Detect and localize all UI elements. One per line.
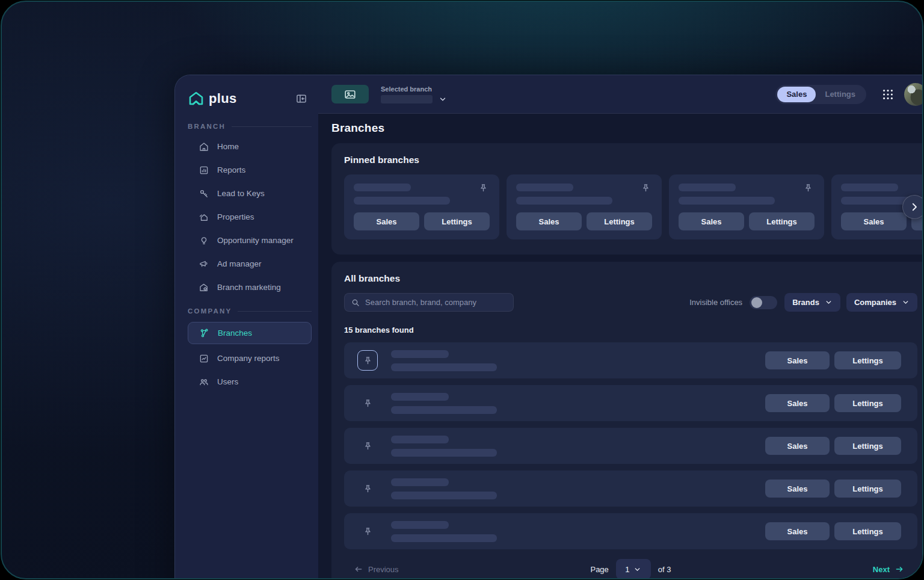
sidebar-item-home[interactable]: Home xyxy=(188,137,312,156)
lettings-button[interactable]: Lettings xyxy=(834,522,901,540)
page-title: Branches xyxy=(331,122,923,135)
sales-button[interactable]: Sales xyxy=(841,212,907,230)
sales-button[interactable]: Sales xyxy=(765,522,830,540)
lettings-button[interactable]: Lettings xyxy=(834,394,901,412)
sales-button[interactable]: Sales xyxy=(679,212,744,230)
pin-icon[interactable] xyxy=(478,183,488,193)
branch-address-redacted xyxy=(516,197,612,205)
logo: plus xyxy=(188,90,312,107)
section-company: COMPANY xyxy=(188,307,312,315)
sales-button[interactable]: Sales xyxy=(516,212,582,230)
pagination: Previous Page 1 of 3 Next xyxy=(344,559,917,579)
pin-button[interactable] xyxy=(357,393,378,413)
branch-row[interactable]: Sales Lettings xyxy=(344,385,917,421)
branch-row[interactable]: Sales Lettings xyxy=(344,470,917,507)
lettings-button[interactable]: Lettings xyxy=(424,212,490,230)
megaphone-icon xyxy=(199,259,209,270)
section-label: BRANCH xyxy=(188,123,226,130)
all-branches-panel: All branches Invisible offices Brands xyxy=(331,262,923,579)
next-page-button[interactable]: Next xyxy=(873,564,904,574)
sidebar-item-label: Properties xyxy=(217,212,254,221)
sidebar-item-label: Branches xyxy=(218,329,252,338)
reports-icon xyxy=(199,165,209,176)
branch-info-redacted xyxy=(391,393,497,414)
sidebar-item-branch-marketing[interactable]: Branch marketing xyxy=(188,278,312,297)
sales-button[interactable]: Sales xyxy=(765,351,830,369)
all-branches-title: All branches xyxy=(344,273,923,284)
pin-button[interactable] xyxy=(357,521,378,541)
branch-row[interactable]: Sales Lettings xyxy=(344,428,917,464)
toggle-lettings[interactable]: Lettings xyxy=(816,87,864,102)
plus-logo-icon xyxy=(188,90,205,107)
pin-icon[interactable] xyxy=(803,183,813,193)
sidebar-item-users[interactable]: Users xyxy=(188,372,312,391)
sidebar-item-label: Branch marketing xyxy=(217,283,281,292)
previous-label: Previous xyxy=(368,565,399,574)
lettings-button[interactable]: Lettings xyxy=(749,212,815,230)
selected-branch-value-redacted xyxy=(381,95,433,103)
branch-marketing-icon xyxy=(199,282,209,293)
arrow-left-icon xyxy=(354,564,363,574)
results-count: 15 branches found xyxy=(344,325,923,335)
sidebar-collapse-icon[interactable] xyxy=(295,93,307,105)
sidebar-item-branches[interactable]: Branches xyxy=(188,322,312,344)
sidebar-item-label: Company reports xyxy=(217,354,280,363)
lettings-button[interactable]: Lettings xyxy=(834,351,901,369)
section-branch: BRANCH xyxy=(188,123,312,130)
chevron-down-icon xyxy=(902,298,910,306)
branch-rows: Sales Lettings Sales Lettings xyxy=(344,342,923,549)
search-input[interactable] xyxy=(365,298,507,307)
user-avatar[interactable] xyxy=(904,83,923,106)
page-select[interactable]: 1 xyxy=(616,559,651,579)
search-icon xyxy=(351,298,360,307)
brands-dropdown-label: Brands xyxy=(792,298,819,307)
pin-button[interactable] xyxy=(357,350,378,371)
branch-row[interactable]: Sales Lettings xyxy=(344,513,917,549)
sidebar-item-lead-to-keys[interactable]: Lead to Keys xyxy=(188,184,312,203)
sidebar-item-reports[interactable]: Reports xyxy=(188,161,312,179)
next-label: Next xyxy=(873,565,890,574)
sales-button[interactable]: Sales xyxy=(765,480,830,498)
sidebar-item-properties[interactable]: Properties xyxy=(188,208,312,226)
companies-dropdown[interactable]: Companies xyxy=(846,293,917,312)
lettings-button[interactable]: Lettings xyxy=(834,480,901,498)
sidebar-item-ad-manager[interactable]: Ad manager xyxy=(188,255,312,273)
pin-icon[interactable] xyxy=(641,183,651,193)
apps-grid-icon[interactable] xyxy=(881,88,895,101)
branch-row[interactable]: Sales Lettings xyxy=(344,342,917,378)
sidebar-item-label: Users xyxy=(217,377,238,386)
arrow-right-icon xyxy=(895,564,904,574)
branch-name-redacted xyxy=(841,184,898,191)
branch-info-redacted xyxy=(391,521,497,542)
chevron-down-icon xyxy=(633,566,641,573)
branch-info-redacted xyxy=(391,436,497,457)
sidebar-item-opportunity-manager[interactable]: Opportunity manager xyxy=(188,231,312,250)
users-icon xyxy=(199,377,209,387)
lettings-button[interactable]: Lettings xyxy=(587,212,652,230)
brand-name: plus xyxy=(209,91,236,106)
invisible-offices-toggle[interactable] xyxy=(750,296,777,309)
pinned-branch-card: Sales Lettings xyxy=(669,174,824,239)
pin-button[interactable] xyxy=(357,478,378,499)
search-box[interactable] xyxy=(344,293,514,312)
home-icon xyxy=(199,141,209,152)
branch-photo-button[interactable] xyxy=(331,85,369,103)
company-reports-icon xyxy=(199,353,209,364)
pin-button[interactable] xyxy=(357,436,378,456)
carousel-next-button[interactable] xyxy=(902,195,923,219)
toggle-sales[interactable]: Sales xyxy=(777,87,816,102)
filters-row: Invisible offices Brands Companies xyxy=(344,293,917,312)
sidebar-item-company-reports[interactable]: Company reports xyxy=(188,349,312,368)
sales-button[interactable]: Sales xyxy=(765,437,830,455)
page-label: Page xyxy=(590,565,608,574)
toggle-knob xyxy=(751,297,762,308)
sales-button[interactable]: Sales xyxy=(765,394,830,412)
pinned-branches-title: Pinned branches xyxy=(344,155,923,165)
lettings-button[interactable]: Lettings xyxy=(834,437,901,455)
sidebar-item-label: Ad manager xyxy=(217,259,262,268)
brands-dropdown[interactable]: Brands xyxy=(784,293,840,312)
previous-page-button[interactable]: Previous xyxy=(354,564,399,574)
sales-button[interactable]: Sales xyxy=(354,212,419,230)
chevron-down-icon xyxy=(439,95,447,103)
selected-branch[interactable]: Selected branch xyxy=(381,85,447,103)
